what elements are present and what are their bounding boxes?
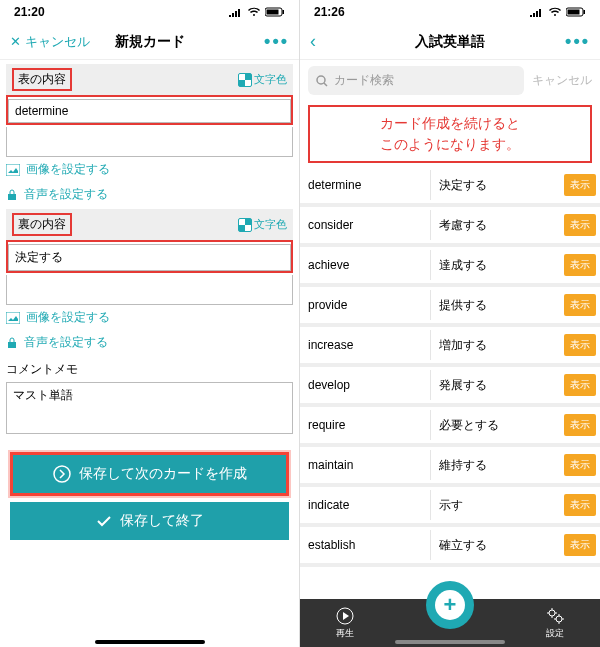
lock-icon: [6, 189, 18, 201]
page-title: 新規カード: [115, 33, 185, 51]
table-row[interactable]: maintain維持する表示: [300, 447, 600, 487]
set-image-label: 画像を設定する: [26, 161, 110, 178]
color-icon: [238, 218, 252, 232]
cancel-button[interactable]: ✕ キャンセル: [10, 33, 90, 51]
set-audio-label: 音声を設定する: [24, 186, 108, 203]
table-row[interactable]: provide提供する表示: [300, 287, 600, 327]
more-button[interactable]: •••: [264, 31, 289, 52]
card-list: determine決定する表示consider考慮する表示achieve達成する…: [300, 167, 600, 599]
cell-en: achieve: [300, 250, 431, 280]
table-row[interactable]: increase増加する表示: [300, 327, 600, 367]
table-row[interactable]: determine決定する表示: [300, 167, 600, 207]
front-input-wrap: determine: [6, 95, 293, 157]
search-icon: [316, 75, 328, 87]
save-and-end-button[interactable]: 保存して終了: [10, 502, 289, 540]
cell-ja: 示す: [431, 489, 561, 522]
set-image-back[interactable]: 画像を設定する: [6, 305, 293, 330]
cell-ja: 増加する: [431, 329, 561, 362]
search-cancel[interactable]: キャンセル: [532, 72, 592, 89]
cell-ja: 決定する: [431, 169, 561, 202]
comment-input[interactable]: マスト単語: [6, 382, 293, 434]
note-line-1: カード作成を続けると: [316, 113, 584, 134]
cell-en: consider: [300, 210, 431, 240]
text-color-button-back[interactable]: 文字色: [238, 217, 287, 232]
form-content: 表の内容 文字色 determine 画像を設定する 音声を設定する 裏の内容 …: [0, 60, 299, 647]
text-color-button[interactable]: 文字色: [238, 72, 287, 87]
nav-bar: ‹ 入試英単語 •••: [300, 24, 600, 60]
show-badge[interactable]: 表示: [564, 454, 596, 476]
table-row[interactable]: establish確立する表示: [300, 527, 600, 567]
page-title: 入試英単語: [415, 33, 485, 51]
cell-en: develop: [300, 370, 431, 400]
show-badge[interactable]: 表示: [564, 254, 596, 276]
back-button[interactable]: ‹: [310, 31, 316, 52]
svg-rect-2: [283, 10, 285, 14]
play-tab[interactable]: 再生: [336, 607, 354, 640]
cell-en: increase: [300, 330, 431, 360]
cell-ja: 提供する: [431, 289, 561, 322]
cell-en: establish: [300, 530, 431, 560]
play-label: 再生: [336, 627, 354, 640]
back-input[interactable]: 決定する: [8, 244, 291, 271]
show-badge[interactable]: 表示: [564, 374, 596, 396]
wifi-icon: [247, 7, 261, 17]
search-input[interactable]: カード検索: [308, 66, 524, 95]
screen-new-card: 21:20 ✕ キャンセル 新規カード ••• 表の内容 文字色 determi…: [0, 0, 300, 647]
cell-ja: 必要とする: [431, 409, 561, 442]
cell-en: require: [300, 410, 431, 440]
cell-ja: 確立する: [431, 529, 561, 562]
table-row[interactable]: require必要とする表示: [300, 407, 600, 447]
table-row[interactable]: achieve達成する表示: [300, 247, 600, 287]
svg-rect-3: [6, 164, 20, 176]
save-end-label: 保存して終了: [120, 512, 204, 530]
more-button[interactable]: •••: [565, 31, 590, 52]
signal-icon: [229, 7, 243, 17]
color-label: 文字色: [254, 72, 287, 87]
status-time: 21:26: [314, 5, 345, 19]
back-input-wrap: 決定する: [6, 240, 293, 305]
show-badge[interactable]: 表示: [564, 534, 596, 556]
back-input-ext[interactable]: [6, 275, 293, 305]
svg-rect-9: [568, 10, 580, 15]
signal-icon: [530, 7, 544, 17]
status-icons: [530, 7, 586, 17]
svg-point-7: [54, 466, 70, 482]
cell-ja: 達成する: [431, 249, 561, 282]
check-icon: [96, 513, 112, 529]
cell-en: maintain: [300, 450, 431, 480]
annotation-note: カード作成を続けると このようになります。: [308, 105, 592, 163]
home-indicator: [395, 640, 505, 644]
set-image-front[interactable]: 画像を設定する: [6, 157, 293, 182]
lock-icon: [6, 337, 18, 349]
settings-label: 設定: [546, 627, 564, 640]
battery-icon: [265, 7, 285, 17]
color-icon: [238, 73, 252, 87]
table-row[interactable]: develop発展する表示: [300, 367, 600, 407]
svg-rect-5: [6, 312, 20, 324]
show-badge[interactable]: 表示: [564, 214, 596, 236]
show-badge[interactable]: 表示: [564, 294, 596, 316]
status-bar: 21:26: [300, 0, 600, 24]
home-indicator: [95, 640, 205, 644]
back-label: 裏の内容: [12, 213, 72, 236]
show-badge[interactable]: 表示: [564, 494, 596, 516]
cell-ja: 考慮する: [431, 209, 561, 242]
show-badge[interactable]: 表示: [564, 334, 596, 356]
show-badge[interactable]: 表示: [564, 414, 596, 436]
battery-icon: [566, 7, 586, 17]
show-badge[interactable]: 表示: [564, 174, 596, 196]
set-audio-front[interactable]: 音声を設定する: [6, 182, 293, 207]
status-bar: 21:20: [0, 0, 299, 24]
set-audio-back[interactable]: 音声を設定する: [6, 330, 293, 355]
cell-ja: 維持する: [431, 449, 561, 482]
save-and-next-button[interactable]: 保存して次のカードを作成: [10, 452, 289, 496]
set-audio-label: 音声を設定する: [24, 334, 108, 351]
arrow-right-circle-icon: [53, 465, 71, 483]
settings-tab[interactable]: 設定: [546, 607, 564, 640]
front-input[interactable]: determine: [8, 99, 291, 123]
table-row[interactable]: indicate示す表示: [300, 487, 600, 527]
front-input-ext[interactable]: [6, 127, 293, 157]
table-row[interactable]: consider考慮する表示: [300, 207, 600, 247]
wifi-icon: [548, 7, 562, 17]
add-card-button[interactable]: +: [426, 581, 474, 629]
